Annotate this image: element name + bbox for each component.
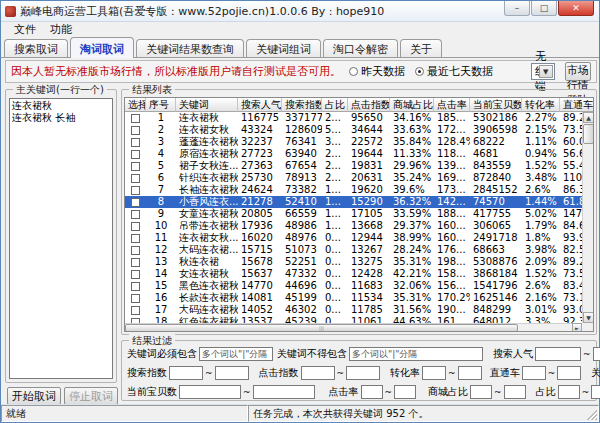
column-header[interactable]: 点击指数 bbox=[348, 98, 390, 112]
ztc-min-input[interactable] bbox=[522, 366, 546, 380]
tab-0[interactable]: 搜索取词 bbox=[4, 39, 68, 57]
table-row[interactable]: 17大码连衣裙秋14052463020...1178531.56%190...8… bbox=[125, 304, 582, 316]
search-popularity-min-input[interactable] bbox=[535, 347, 581, 361]
table-row[interactable]: 8小香风连衣...21278524101...1529036.32%142...… bbox=[125, 196, 582, 208]
resize-grip-icon[interactable] bbox=[587, 410, 597, 420]
row-checkbox[interactable] bbox=[131, 114, 140, 123]
table-row[interactable]: 4原宿连衣裙秋27723639402...1964411.33%118...46… bbox=[125, 148, 582, 160]
row-checkbox[interactable] bbox=[131, 282, 140, 291]
chevron-down-icon[interactable]: ▼ bbox=[539, 65, 553, 78]
not-contain-input[interactable] bbox=[349, 347, 483, 361]
horizontal-scrollbar[interactable]: ||| ► bbox=[125, 323, 582, 331]
table-row[interactable]: 6针织连衣裙秋25730789132...2063135.24%169...87… bbox=[125, 172, 582, 184]
scroll-down-icon[interactable]: ▼ bbox=[583, 312, 594, 323]
ratio-min-input[interactable] bbox=[558, 385, 580, 399]
row-checkbox[interactable] bbox=[131, 198, 140, 207]
table-row[interactable]: 11连衣裙女秋...16020489760...1294438.99%160..… bbox=[125, 232, 582, 244]
tab-5[interactable]: 关于 bbox=[400, 39, 442, 57]
radio-last7days-label[interactable]: 最近七天数据 bbox=[427, 64, 493, 79]
column-header[interactable]: 转化率 bbox=[522, 98, 560, 112]
table-row[interactable]: 1连衣裙秋1167753371772...9565034.16%185...53… bbox=[125, 112, 582, 124]
must-contain-input[interactable] bbox=[199, 347, 273, 361]
search-popularity-max-input[interactable] bbox=[593, 347, 600, 361]
row-checkbox[interactable] bbox=[131, 222, 140, 231]
row-checkbox[interactable] bbox=[131, 306, 140, 315]
radio-last7days[interactable] bbox=[415, 67, 424, 76]
table-row[interactable]: 14女连衣裙秋15637473320...1242842.21%158...38… bbox=[125, 268, 582, 280]
table-row[interactable]: 12大码连衣裙...15715510730...1326728.24%176..… bbox=[125, 244, 582, 256]
row-checkbox[interactable] bbox=[131, 126, 140, 135]
keywords-input[interactable]: 连衣裙秋 连衣裙秋 长袖 bbox=[9, 98, 113, 379]
column-header[interactable]: 搜索指数 bbox=[282, 98, 322, 112]
tab-2[interactable]: 关键词结果数查询 bbox=[136, 39, 244, 57]
click-rate-min-input[interactable] bbox=[361, 385, 383, 399]
column-header[interactable]: 选择 bbox=[125, 98, 146, 112]
column-header[interactable]: 关键词 bbox=[176, 98, 238, 112]
table-cell: 48976 bbox=[282, 232, 322, 244]
table-row[interactable]: 5裙子女秋连...27363676542...1983129.96%139...… bbox=[125, 160, 582, 172]
row-checkbox[interactable] bbox=[131, 150, 140, 159]
title-bar[interactable]: 巅峰电商运营工具箱(吾爱专版：www.52pojie.cn)1.0.0.6 By… bbox=[1, 1, 599, 22]
radio-yesterday-label[interactable]: 昨天数据 bbox=[361, 64, 405, 79]
scroll-up-icon[interactable]: ▲ bbox=[583, 112, 594, 123]
vertical-scroll-thumb[interactable] bbox=[583, 124, 594, 144]
column-header[interactable]: 搜索人气 bbox=[238, 98, 282, 112]
ratio-max-input[interactable] bbox=[591, 385, 600, 399]
table-cell: 34644 bbox=[348, 124, 390, 136]
menu-item-0[interactable]: 文件 bbox=[7, 22, 43, 37]
maximize-icon[interactable]: □ bbox=[531, 1, 557, 16]
scroll-right-icon[interactable]: ► bbox=[572, 323, 582, 332]
row-checkbox[interactable] bbox=[131, 294, 140, 303]
row-checkbox[interactable] bbox=[131, 210, 140, 219]
market-login-button[interactable]: 市场行情登陆 bbox=[565, 62, 591, 81]
start-button[interactable]: 开始取词 bbox=[7, 387, 61, 405]
table-row[interactable]: 10吊带连衣裙秋17936489861...1366829.37%160...3… bbox=[125, 220, 582, 232]
table-row[interactable]: 3蓬蓬连衣裙秋32237763413...2257235.84%128.4%68… bbox=[125, 136, 582, 148]
row-checkbox[interactable] bbox=[131, 138, 140, 147]
table-cell: 14 bbox=[146, 268, 176, 280]
channel-select[interactable]: 无线端 ▼ bbox=[531, 63, 555, 80]
table-cell: 1 bbox=[146, 112, 176, 124]
tab-1[interactable]: 淘词取词 bbox=[70, 37, 134, 58]
conversion-max-input[interactable] bbox=[458, 366, 482, 380]
table-row[interactable]: 16长款连衣裙秋14081451990...1153435.31%170.2%1… bbox=[125, 292, 582, 304]
close-icon[interactable]: ✕ bbox=[558, 1, 594, 16]
column-header[interactable]: 序号 bbox=[146, 98, 176, 112]
click-rate-max-input[interactable] bbox=[394, 385, 416, 399]
tab-4[interactable]: 淘口令解密 bbox=[323, 39, 398, 57]
row-checkbox[interactable] bbox=[131, 246, 140, 255]
column-header[interactable]: 直通车 bbox=[560, 98, 594, 112]
row-checkbox[interactable] bbox=[131, 174, 140, 183]
row-checkbox[interactable] bbox=[131, 234, 140, 243]
row-checkbox[interactable] bbox=[131, 162, 140, 171]
table-row[interactable]: 9女童连衣裙秋20805665591...1710533.59%188...41… bbox=[125, 208, 582, 220]
table-row[interactable]: 15黑色连衣裙秋14770446960...1168332.06%156...1… bbox=[125, 280, 582, 292]
mall-ratio-max-input[interactable] bbox=[504, 385, 526, 399]
row-checkbox[interactable] bbox=[131, 186, 140, 195]
mall-ratio-min-input[interactable] bbox=[470, 385, 492, 399]
table-row[interactable]: 7长袖连衣裙秋24624733821...1962039.6%173...284… bbox=[125, 184, 582, 196]
table-row[interactable]: 18红色连衣裙秋13537452390...1106144.63%161...6… bbox=[125, 316, 582, 323]
item-count-max-input[interactable] bbox=[253, 385, 315, 399]
minimize-icon[interactable]: – bbox=[504, 1, 530, 16]
click-index-max-input[interactable] bbox=[346, 366, 380, 380]
column-header[interactable]: 占比 bbox=[322, 98, 348, 112]
column-header[interactable]: 商城占比 bbox=[390, 98, 434, 112]
search-index-max-input[interactable] bbox=[215, 366, 249, 380]
click-index-min-input[interactable] bbox=[301, 366, 335, 380]
menu-item-1[interactable]: 功能 bbox=[43, 22, 79, 37]
tab-3[interactable]: 关键词组词 bbox=[246, 39, 321, 57]
conversion-min-input[interactable] bbox=[422, 366, 446, 380]
vertical-scrollbar[interactable]: ▲ ▼ bbox=[582, 112, 593, 323]
column-header[interactable]: 点击率 bbox=[434, 98, 470, 112]
table-row[interactable]: 2连衣裙女秋433241286095...3464433.63%172...39… bbox=[125, 124, 582, 136]
row-checkbox[interactable] bbox=[131, 258, 140, 267]
ztc-max-input[interactable] bbox=[557, 366, 581, 380]
row-checkbox[interactable] bbox=[131, 270, 140, 279]
item-count-min-input[interactable] bbox=[179, 385, 241, 399]
horizontal-scroll-thumb[interactable]: ||| bbox=[125, 324, 518, 332]
table-row[interactable]: 13秋连衣裙15678522510...1327535.31%198...530… bbox=[125, 256, 582, 268]
radio-yesterday[interactable] bbox=[349, 67, 358, 76]
search-index-min-input[interactable] bbox=[169, 366, 203, 380]
column-header[interactable]: 当前宝贝数 bbox=[470, 98, 522, 112]
